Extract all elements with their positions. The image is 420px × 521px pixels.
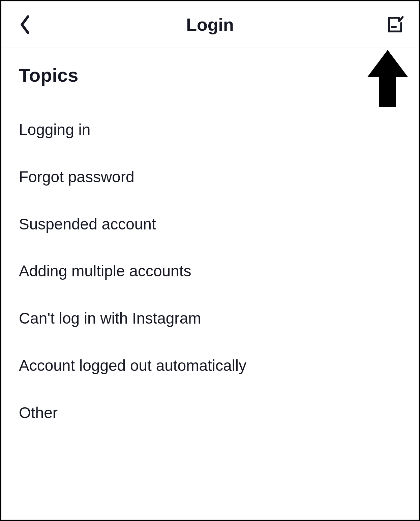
report-button[interactable]	[385, 15, 405, 35]
section-title: Topics	[19, 64, 401, 86]
topic-list: Logging in Forgot password Suspended acc…	[19, 106, 401, 437]
chevron-left-icon	[19, 15, 31, 35]
svg-line-1	[400, 17, 403, 21]
topic-item-other[interactable]: Other	[19, 389, 401, 437]
topic-item-account-logged-out[interactable]: Account logged out automatically	[19, 342, 401, 389]
topic-item-suspended-account[interactable]: Suspended account	[19, 201, 401, 248]
arrow-up-icon	[367, 50, 408, 107]
topic-item-adding-multiple-accounts[interactable]: Adding multiple accounts	[19, 248, 401, 295]
report-icon	[386, 16, 404, 34]
page-title: Login	[186, 15, 234, 35]
back-button[interactable]	[15, 15, 35, 35]
topic-item-logging-in[interactable]: Logging in	[19, 106, 401, 154]
content: Topics Logging in Forgot password Suspen…	[1, 48, 419, 453]
topic-item-cant-log-in-instagram[interactable]: Can't log in with Instagram	[19, 295, 401, 342]
svg-marker-2	[367, 50, 408, 107]
topic-item-forgot-password[interactable]: Forgot password	[19, 154, 401, 201]
arrow-up-annotation	[367, 50, 408, 107]
header: Login	[1, 1, 419, 48]
